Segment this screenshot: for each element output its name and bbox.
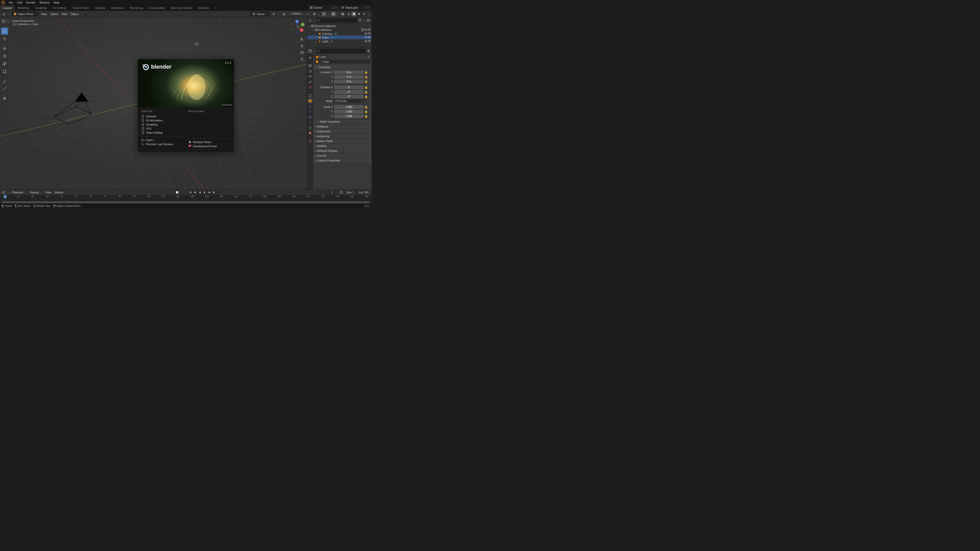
data-name-box[interactable]: ⌄ Cube	[315, 60, 370, 64]
rotation-mode-select[interactable]: XYZ Euler	[334, 99, 364, 103]
jump-start-icon[interactable]	[188, 190, 192, 195]
use-preview-range-icon[interactable]	[339, 190, 343, 194]
location-y-field[interactable]: 0 m	[334, 75, 364, 79]
overlays-toggle-icon[interactable]	[331, 11, 336, 17]
shading-solid-icon[interactable]	[352, 12, 356, 16]
workspace-sculpting[interactable]: Sculpting	[32, 5, 50, 11]
lock-icon[interactable]: 🔓	[364, 71, 368, 74]
outliner-editor-icon[interactable]	[308, 18, 312, 22]
anim-dot[interactable]: •	[369, 76, 371, 79]
collections-header[interactable]: ›Collections	[313, 129, 372, 134]
scale-y-field[interactable]: 1.000	[334, 110, 364, 114]
anim-dot[interactable]: •	[369, 110, 371, 113]
visibility-filter-icon[interactable]	[312, 11, 317, 17]
shading-wireframe-icon[interactable]	[346, 12, 352, 16]
viewport-menu-object[interactable]: Object	[69, 12, 80, 16]
tab-object[interactable]	[307, 98, 313, 103]
eye-icon[interactable]	[364, 40, 367, 43]
workspace-modeling[interactable]: Modeling	[14, 5, 32, 11]
workspace-shading[interactable]: Shading	[92, 5, 108, 11]
interaction-mode[interactable]: Object Mode ⌄	[12, 12, 38, 16]
transform-orientation[interactable]: Global ⌄	[251, 12, 269, 16]
outliner-filter-icon[interactable]	[358, 18, 362, 22]
tab-object-data[interactable]	[307, 93, 313, 98]
zoom-icon[interactable]	[299, 37, 305, 42]
viewport-menu-view[interactable]: View	[40, 12, 48, 16]
tab-tool[interactable]	[307, 55, 313, 60]
chevron-right-icon[interactable]: ›	[315, 40, 318, 43]
workspace-geonodes[interactable]: Geometry Nodes	[167, 5, 195, 11]
location-z-field[interactable]: 0 m	[334, 79, 364, 83]
next-keyframe-icon[interactable]	[207, 190, 212, 195]
lock-icon[interactable]: 🔓	[364, 110, 368, 113]
outliner-camera[interactable]: › Camera	[307, 32, 372, 35]
jump-end-icon[interactable]	[212, 190, 217, 195]
chevron-right-icon[interactable]: ›	[315, 36, 318, 39]
scale-x-field[interactable]: 1.000	[334, 105, 364, 109]
tool-move[interactable]	[1, 45, 8, 52]
tool-measure[interactable]	[1, 85, 8, 92]
location-x-field[interactable]: 0 m	[334, 70, 364, 74]
viewport-menu-add[interactable]: Add	[61, 12, 68, 16]
options-icon[interactable]	[366, 49, 371, 53]
eye-icon[interactable]	[364, 32, 367, 35]
anim-dot[interactable]: •	[369, 86, 371, 89]
splash-development-fund[interactable]: Development Fund	[188, 144, 230, 148]
play-reverse-icon[interactable]	[197, 190, 202, 195]
render-icon[interactable]	[368, 36, 371, 39]
outliner-light[interactable]: › Light	[307, 39, 372, 43]
motion-paths-header[interactable]: ›Motion Paths	[313, 139, 372, 143]
render-icon[interactable]	[368, 32, 371, 35]
lock-icon[interactable]: 🔓	[364, 90, 368, 94]
lock-icon[interactable]: 🔓	[364, 105, 368, 109]
menu-edit[interactable]: Edit	[15, 0, 24, 5]
viewlayer-delete-icon[interactable]: ×	[368, 6, 369, 9]
nav-gizmo[interactable]: X Y Z	[290, 19, 305, 35]
play-icon[interactable]	[202, 190, 207, 195]
tab-mesh-data[interactable]	[307, 125, 313, 130]
select-mode-box-icon[interactable]	[6, 19, 10, 23]
timeline-editor-icon[interactable]	[2, 190, 6, 194]
template-2d-animation[interactable]: 2D Animation	[142, 118, 183, 122]
xray-toggle-icon[interactable]	[340, 11, 345, 17]
outliner-collection[interactable]: ⌄ Collection	[307, 28, 372, 32]
tab-particles[interactable]	[307, 109, 313, 114]
tab-output[interactable]	[307, 68, 313, 74]
snap-toggle-icon[interactable]	[282, 11, 286, 17]
lock-icon[interactable]: 🔓	[364, 80, 368, 83]
eye-icon[interactable]	[364, 28, 367, 31]
tab-scene[interactable]	[307, 79, 313, 84]
object-name-box[interactable]: Cube	[315, 55, 327, 59]
anim-dot[interactable]: •	[369, 100, 371, 103]
scene-delete-icon[interactable]: ×	[336, 6, 338, 9]
render-icon[interactable]	[368, 40, 371, 43]
viewport-menu-select[interactable]: Select	[49, 12, 59, 16]
chevron-right-icon[interactable]: ›	[315, 32, 318, 35]
relations-header[interactable]: ›Relations	[313, 124, 372, 129]
pin-icon[interactable]	[367, 56, 370, 59]
delta-transform-header[interactable]: ›Delta Transform	[313, 119, 372, 124]
end-frame-field[interactable]: End 250	[357, 191, 370, 194]
scrollbar-thumb[interactable]	[2, 201, 370, 203]
tab-material[interactable]	[307, 130, 313, 135]
timeline-keying-menu[interactable]: Keying ⌄	[29, 190, 43, 195]
splash-open[interactable]: Open...	[142, 138, 183, 142]
menu-help[interactable]: Help	[52, 0, 62, 5]
render-icon[interactable]	[368, 28, 371, 31]
menu-window[interactable]: Window	[38, 0, 52, 5]
timeline-scrollbar[interactable]	[0, 201, 372, 203]
anim-dot[interactable]: •	[369, 115, 371, 118]
scale-z-field[interactable]: 1.000	[334, 114, 364, 118]
menu-render[interactable]: Render	[24, 0, 38, 5]
shading-material-icon[interactable]	[356, 12, 362, 16]
template-video-editing[interactable]: Video Editing	[142, 130, 183, 135]
lock-icon[interactable]: 🔓	[364, 86, 368, 89]
visibility-header[interactable]: ›Visibility	[313, 144, 372, 148]
tool-scale[interactable]	[1, 60, 8, 67]
outliner-scene-collection[interactable]: ⌄ Scene Collection	[307, 24, 372, 28]
viewport-display-header[interactable]: ›Viewport Display	[313, 148, 372, 153]
outliner-search[interactable]	[317, 18, 357, 23]
tool-add-cube[interactable]	[1, 95, 8, 102]
properties-editor-icon[interactable]	[308, 49, 312, 53]
splash-release-notes[interactable]: Release Notes	[188, 140, 230, 144]
